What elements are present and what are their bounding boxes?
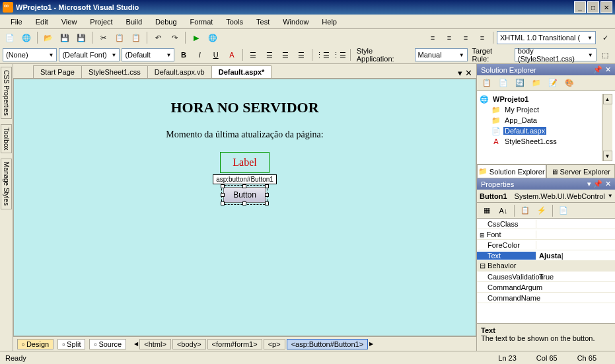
prop-commandname[interactable]: CommandName xyxy=(477,293,615,303)
panel-close-icon[interactable]: ✕ xyxy=(605,180,611,188)
underline-icon[interactable]: U xyxy=(209,48,223,62)
uncomment-icon[interactable]: ≡ xyxy=(442,30,456,45)
solution-root[interactable]: 🌐WProjeto1 xyxy=(480,94,598,104)
autohide-icon[interactable]: ▾ 📌 xyxy=(587,180,602,188)
redo-icon[interactable]: ↷ xyxy=(167,30,182,45)
maximize-button[interactable]: □ xyxy=(587,1,599,13)
prop-causesvalidation[interactable]: CausesValidationTrue xyxy=(477,272,615,282)
align-left-icon[interactable]: ☰ xyxy=(246,48,260,62)
new-project-icon[interactable]: 📄 xyxy=(3,30,17,45)
font-dropdown[interactable]: (Default Font)▼ xyxy=(59,48,120,61)
toolbox-tab[interactable]: Toolbox xyxy=(1,124,12,153)
autohide-icon[interactable]: 📌 xyxy=(593,65,602,74)
outdent-icon[interactable]: ≡ xyxy=(475,30,489,45)
crumb-html[interactable]: <html> xyxy=(139,339,171,349)
design-view-button[interactable]: ▫ Design xyxy=(17,339,54,349)
design-canvas[interactable]: HORA NO SERVIDOR Momento da última atual… xyxy=(13,79,476,336)
menu-tools[interactable]: Tools xyxy=(221,17,248,27)
copy-icon[interactable]: 📋 xyxy=(112,30,127,45)
source-view-button[interactable]: ▫ Source xyxy=(89,339,126,349)
crumb-button[interactable]: <asp:Button#Button1> xyxy=(287,339,368,349)
menu-build[interactable]: Build xyxy=(121,17,147,27)
size-dropdown[interactable]: (Default▼ xyxy=(122,48,174,61)
cut-icon[interactable]: ✂ xyxy=(96,30,110,45)
indent-icon[interactable]: ≡ xyxy=(458,30,473,45)
resize-handle[interactable] xyxy=(221,193,225,197)
menu-project[interactable]: Project xyxy=(85,17,118,27)
bullet-list-icon[interactable]: ⋮☰ xyxy=(316,48,330,62)
prop-commandarg[interactable]: CommandArgum xyxy=(477,282,615,293)
menu-test[interactable]: Test xyxy=(251,17,275,27)
nest-icon[interactable]: 📁 xyxy=(529,76,544,91)
tree-item-myproject[interactable]: 📁My Project xyxy=(491,104,598,115)
menu-help[interactable]: Help xyxy=(316,17,342,27)
solution-explorer-tab[interactable]: 📁Solution Explorer xyxy=(477,164,546,178)
prop-forecolor[interactable]: ForeColor xyxy=(477,240,615,250)
alphabetical-icon[interactable]: A↓ xyxy=(496,203,511,218)
minimize-button[interactable]: _ xyxy=(574,1,586,13)
forecolor-icon[interactable]: A xyxy=(225,48,238,62)
save-all-icon[interactable]: 💾 xyxy=(74,30,89,45)
css-properties-tab[interactable]: CSS Properties xyxy=(1,67,12,119)
numbered-list-icon[interactable]: ⋮☰ xyxy=(332,48,347,62)
prop-text[interactable]: TextAjusta| xyxy=(477,250,615,261)
align-center-icon[interactable]: ☰ xyxy=(262,48,276,62)
resize-handle[interactable] xyxy=(265,184,269,188)
validate-icon[interactable]: ✓ xyxy=(598,30,612,45)
tab-default-aspx[interactable]: Default.aspx* xyxy=(211,65,272,78)
style-dropdown[interactable]: (None)▼ xyxy=(3,48,57,61)
italic-icon[interactable]: I xyxy=(193,48,207,62)
properties-icon[interactable]: 📋 xyxy=(480,76,494,91)
justify-icon[interactable]: ☰ xyxy=(294,48,308,62)
show-all-icon[interactable]: 📄 xyxy=(496,76,511,91)
tree-item-appdata[interactable]: 📁App_Data xyxy=(491,115,598,126)
prop-category-behavior[interactable]: ⊟ Behavior xyxy=(477,261,615,272)
comment-icon[interactable]: ≡ xyxy=(425,30,440,45)
menu-window[interactable]: Window xyxy=(277,17,314,27)
open-icon[interactable]: 📂 xyxy=(41,30,55,45)
target-rule-dropdown[interactable]: body (StyleSheet1.css)▼ xyxy=(515,48,597,61)
properties-object-row[interactable]: Button1 System.Web.UI.WebControl▼ xyxy=(477,190,615,203)
browser-icon[interactable]: 🌐 xyxy=(205,30,220,45)
resize-handle[interactable] xyxy=(221,184,225,188)
menu-file[interactable]: File xyxy=(5,17,28,27)
prop-font[interactable]: Font xyxy=(477,229,615,240)
resize-handle[interactable] xyxy=(265,193,269,197)
resize-handle[interactable] xyxy=(265,201,269,205)
menu-view[interactable]: View xyxy=(56,17,83,27)
menu-format[interactable]: Format xyxy=(185,17,219,27)
run-icon[interactable]: ▶ xyxy=(189,30,203,45)
save-icon[interactable]: 💾 xyxy=(57,30,72,45)
style-app-dropdown[interactable]: Manual▼ xyxy=(415,48,468,61)
tab-stylesheet[interactable]: StyleSheet1.css xyxy=(81,65,148,78)
doctype-dropdown[interactable]: XHTML 1.0 Transitional (▼ xyxy=(497,31,596,44)
tree-item-stylesheet[interactable]: AStyleSheet1.css xyxy=(491,136,598,147)
close-button[interactable]: ✕ xyxy=(600,1,612,13)
properties-icon[interactable]: 📋 xyxy=(518,203,532,218)
crumb-form[interactable]: <form#form1> xyxy=(207,339,262,349)
asp-label[interactable]: Label xyxy=(220,152,269,173)
scroll-up-icon[interactable]: ▲ xyxy=(603,94,612,104)
view-designer-icon[interactable]: 🎨 xyxy=(562,76,577,91)
menu-debug[interactable]: Debug xyxy=(150,17,182,27)
asp-button[interactable]: Button xyxy=(223,187,266,203)
manage-styles-tab[interactable]: Manage Styles xyxy=(1,159,12,209)
resize-handle[interactable] xyxy=(242,201,246,205)
resize-handle[interactable] xyxy=(221,201,225,205)
crumb-p[interactable]: <p> xyxy=(264,339,285,349)
categorized-icon[interactable]: ▦ xyxy=(480,203,494,218)
resize-handle[interactable] xyxy=(242,184,246,188)
property-pages-icon[interactable]: 📄 xyxy=(556,203,571,218)
undo-icon[interactable]: ↶ xyxy=(151,30,165,45)
css-target-icon[interactable]: ⬚ xyxy=(598,48,612,62)
tab-start-page[interactable]: Start Page xyxy=(33,65,82,78)
menu-edit[interactable]: Edit xyxy=(30,17,54,27)
events-icon[interactable]: ⚡ xyxy=(534,203,549,218)
paste-icon[interactable]: 📋 xyxy=(129,30,143,45)
crumb-body[interactable]: <body> xyxy=(172,339,206,349)
refresh-icon[interactable]: 🔄 xyxy=(513,76,527,91)
close-document-icon[interactable]: ▾ ✕ xyxy=(458,68,472,78)
bold-icon[interactable]: B xyxy=(176,48,190,62)
split-view-button[interactable]: ▫ Split xyxy=(57,339,85,349)
server-explorer-tab[interactable]: 🖥Server Explorer xyxy=(546,164,616,178)
